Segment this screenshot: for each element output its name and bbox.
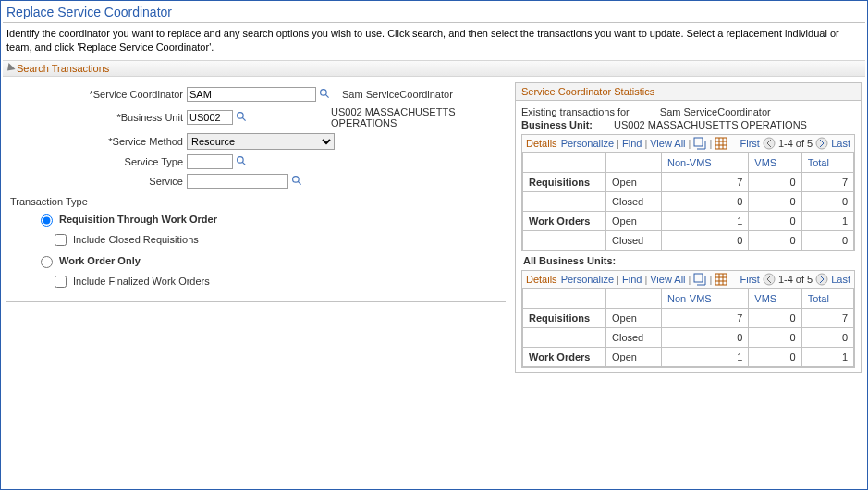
svg-point-14	[764, 138, 775, 149]
service-coordinator-label: Service Coordinator	[6, 89, 187, 100]
stats-title: Service Coordinator Statistics	[516, 83, 861, 101]
table-row: RequisitionsOpen707	[523, 308, 854, 327]
svg-line-7	[298, 182, 300, 185]
service-method-label: Service Method	[6, 136, 187, 147]
col-total[interactable]: Total	[801, 288, 853, 308]
include-closed-req-checkbox[interactable]	[55, 234, 67, 246]
service-coordinator-input[interactable]	[187, 87, 316, 102]
grid-icon[interactable]	[715, 273, 727, 286]
zoom-icon[interactable]	[693, 137, 706, 150]
table-row: Closed000	[523, 230, 854, 250]
last-label[interactable]: Last	[831, 138, 850, 149]
stats-table-all: Non-VMS VMS Total RequisitionsOpen707 Cl…	[522, 288, 854, 367]
svg-point-22	[764, 274, 775, 285]
search-section-title: Search Transactions	[17, 63, 109, 74]
business-unit-label: Business Unit	[6, 112, 187, 123]
requisition-radio[interactable]	[41, 214, 53, 227]
svg-line-3	[242, 118, 245, 121]
include-closed-req-label: Include Closed Requisitions	[73, 234, 199, 245]
page-title: Replace Service Coordinator	[3, 3, 865, 23]
transaction-type-heading: Transaction Type	[6, 196, 506, 207]
page-range: 1-4 of 5	[778, 274, 813, 285]
service-input[interactable]	[187, 174, 288, 189]
all-bu-label: All Business Units:	[521, 255, 855, 266]
find-link[interactable]: Find	[622, 138, 642, 149]
col-total[interactable]: Total	[801, 153, 853, 172]
svg-rect-17	[715, 274, 727, 285]
page-range: 1-4 of 5	[778, 138, 813, 149]
statistics-panel: Service Coordinator Statistics Existing …	[515, 82, 862, 373]
table-row: Work OrdersOpen101	[523, 347, 854, 366]
grid-details-label: Details	[526, 274, 557, 285]
divider	[6, 301, 506, 302]
col-vms[interactable]: VMS	[749, 288, 801, 308]
col-nonvms[interactable]: Non-VMS	[662, 153, 749, 172]
prev-icon[interactable]	[763, 273, 776, 286]
svg-line-1	[325, 95, 328, 98]
first-label[interactable]: First	[740, 274, 760, 285]
svg-point-0	[320, 90, 326, 96]
col-blank2	[606, 288, 662, 308]
col-blank1	[523, 288, 606, 308]
lookup-icon[interactable]	[318, 88, 331, 101]
svg-point-15	[816, 138, 827, 149]
business-unit-desc: US002 MASSACHUSETTS OPERATIONS	[331, 106, 488, 129]
svg-point-23	[816, 274, 827, 285]
collapse-icon[interactable]	[4, 63, 15, 74]
instructions-text: Identify the coordinator you want to rep…	[3, 27, 865, 60]
next-icon[interactable]	[815, 137, 828, 150]
svg-point-2	[237, 113, 243, 119]
existing-trans-value: Sam ServiceCoordinator	[660, 106, 771, 117]
table-row: Closed000	[523, 327, 854, 347]
existing-trans-label: Existing transactions for	[521, 106, 630, 117]
prev-icon[interactable]	[763, 137, 776, 150]
include-finalized-wo-checkbox[interactable]	[55, 276, 67, 288]
svg-rect-16	[694, 274, 703, 282]
table-row: Work OrdersOpen101	[523, 211, 854, 230]
svg-point-6	[292, 177, 299, 183]
stats-bu-value: US002 MASSACHUSETTS OPERATIONS	[614, 119, 807, 130]
stats-grid-all: Details Personalize| Find| View All| | F…	[521, 270, 855, 368]
col-blank2	[606, 153, 662, 172]
col-blank1	[523, 153, 606, 172]
stats-grid-bu: Details Personalize| Find| View All| | F…	[521, 134, 855, 251]
work-order-radio[interactable]	[41, 256, 53, 268]
col-vms[interactable]: VMS	[749, 153, 801, 172]
zoom-icon[interactable]	[693, 273, 706, 286]
include-finalized-wo-label: Include Finalized Work Orders	[73, 276, 210, 287]
work-order-radio-label: Work Order Only	[59, 255, 141, 266]
stats-table-bu: Non-VMS VMS Total RequisitionsOpen707 Cl…	[522, 153, 854, 251]
first-label[interactable]: First	[740, 138, 760, 149]
grid-details-label: Details	[526, 138, 557, 149]
personalize-link[interactable]: Personalize	[561, 138, 614, 149]
find-link[interactable]: Find	[622, 274, 642, 285]
service-coordinator-desc: Sam ServiceCoordinator	[342, 89, 453, 100]
lookup-icon[interactable]	[290, 175, 303, 188]
view-all-link[interactable]: View All	[650, 138, 685, 149]
search-transactions-header[interactable]: Search Transactions	[3, 60, 865, 77]
next-icon[interactable]	[815, 273, 828, 286]
svg-rect-9	[715, 138, 727, 149]
stats-bu-label: Business Unit:	[521, 119, 593, 130]
svg-rect-8	[694, 138, 703, 146]
last-label[interactable]: Last	[831, 274, 850, 285]
service-type-input[interactable]	[187, 154, 233, 169]
table-row: Closed000	[523, 191, 854, 211]
service-label: Service	[6, 176, 187, 187]
personalize-link[interactable]: Personalize	[561, 274, 614, 285]
business-unit-input[interactable]	[187, 110, 233, 125]
svg-point-4	[237, 157, 243, 164]
col-nonvms[interactable]: Non-VMS	[662, 288, 749, 308]
table-row: RequisitionsOpen707	[523, 172, 854, 191]
search-form: Service Coordinator Sam ServiceCoordinat…	[6, 82, 506, 373]
svg-line-5	[242, 163, 245, 165]
service-method-select[interactable]: Resource	[187, 133, 335, 150]
service-type-label: Service Type	[6, 156, 187, 167]
requisition-radio-label: Requisition Through Work Order	[59, 214, 217, 225]
lookup-icon[interactable]	[235, 111, 248, 124]
grid-icon[interactable]	[715, 137, 727, 150]
view-all-link[interactable]: View All	[650, 274, 685, 285]
lookup-icon[interactable]	[235, 155, 248, 168]
